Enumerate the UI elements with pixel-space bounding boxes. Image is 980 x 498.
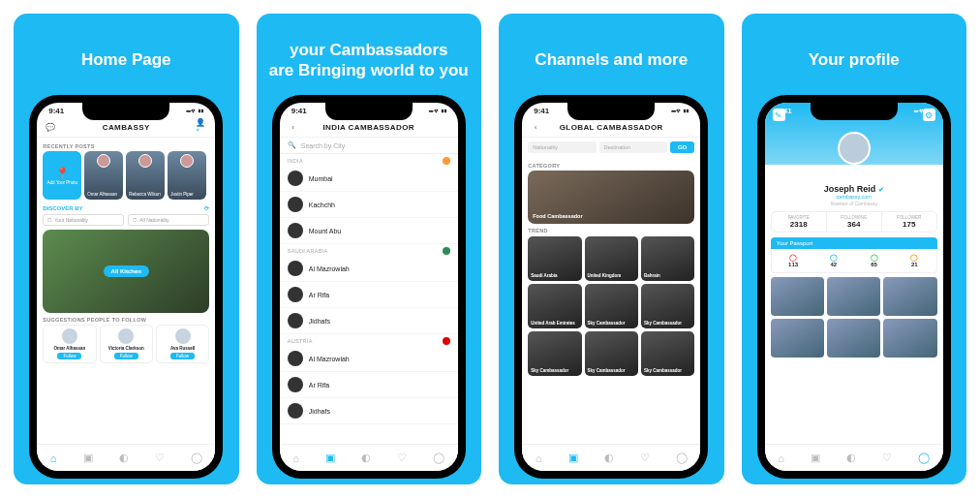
passport-count[interactable]: ◯42 bbox=[815, 252, 853, 269]
story-avatar bbox=[97, 154, 110, 168]
tab-globe-icon[interactable]: ◐ bbox=[119, 451, 129, 464]
suggestion-card[interactable]: Ava RussellFollow bbox=[156, 325, 209, 363]
screen-channels: 9:41 ▪▪▪ ᯤ ▮▮ ‹ GLOBAL CAMBASSADOR Natio… bbox=[522, 103, 700, 471]
profile-avatar[interactable] bbox=[838, 132, 871, 165]
tab-heart-icon[interactable]: ♡ bbox=[397, 451, 407, 464]
trend-card[interactable]: Sky Cambassador bbox=[528, 331, 581, 376]
suggestion-card[interactable]: Omar AlhassanFollow bbox=[43, 325, 96, 363]
story-item[interactable]: Justin Piper bbox=[168, 151, 206, 200]
panel-title: your Cambassadors are Bringing world to … bbox=[269, 39, 469, 81]
phone-frame: 9:41 ▪▪▪ ᯤ ▮▮ ‹ INDIA CAMBASSADOR 🔍 Sear… bbox=[272, 95, 466, 479]
avatar bbox=[288, 313, 303, 328]
tab-passport-icon[interactable]: ▣ bbox=[811, 451, 820, 464]
follow-button[interactable]: Follow bbox=[170, 353, 195, 359]
passport-count[interactable]: ◯65 bbox=[855, 252, 893, 269]
suggestion-card[interactable]: Victoria ClarksonFollow bbox=[100, 325, 153, 363]
follow-button[interactable]: Follow bbox=[57, 353, 81, 359]
tab-profile-icon[interactable]: ◯ bbox=[676, 451, 688, 464]
list-item[interactable]: Kachchh bbox=[280, 192, 458, 218]
list-item[interactable]: Jidhafs bbox=[280, 308, 458, 334]
panel-channels: Channels and more 9:41 ▪▪▪ ᯤ ▮▮ ‹ GLOBAL… bbox=[499, 14, 724, 484]
list-item[interactable]: Jidhafs bbox=[280, 398, 458, 424]
home-content[interactable]: RECENTLY POSTS 📍 Add Your Photo Omar Alh… bbox=[37, 138, 215, 444]
trend-card[interactable]: Saudi Arabia bbox=[528, 236, 581, 281]
tab-passport-icon[interactable]: ▣ bbox=[83, 451, 93, 464]
list-item[interactable]: Mumbai bbox=[280, 166, 458, 192]
phone-notch bbox=[325, 103, 413, 120]
tab-passport-icon[interactable]: ▣ bbox=[568, 451, 578, 464]
tab-home-icon[interactable]: ⌂ bbox=[536, 452, 542, 464]
city-name: Mount Abu bbox=[309, 228, 341, 234]
tab-home-icon[interactable]: ⌂ bbox=[50, 452, 57, 464]
tab-home-icon[interactable]: ⌂ bbox=[778, 452, 784, 464]
filter-nationality[interactable]: ☐Your Nationality bbox=[43, 214, 124, 226]
stories-row[interactable]: 📍 Add Your Photo Omar Alhassan Rebecca W… bbox=[43, 151, 209, 200]
tab-heart-icon[interactable]: ♡ bbox=[882, 451, 892, 464]
follow-button[interactable]: Follow bbox=[114, 353, 138, 359]
discover-card[interactable]: All Kitchen bbox=[43, 230, 209, 313]
city-name: Ar Rifa bbox=[309, 382, 329, 389]
add-user-icon[interactable]: 👤⁺ bbox=[196, 121, 207, 133]
tab-profile-icon[interactable]: ◯ bbox=[918, 451, 930, 464]
profile-photo[interactable] bbox=[827, 277, 880, 316]
tab-heart-icon[interactable]: ♡ bbox=[155, 451, 165, 464]
tab-globe-icon[interactable]: ◐ bbox=[604, 451, 614, 464]
trend-card[interactable]: Sky Cambassador bbox=[641, 284, 694, 328]
trend-card[interactable]: Sky Cambassador bbox=[585, 331, 638, 376]
tab-profile-icon[interactable]: ◯ bbox=[191, 451, 202, 464]
destination-select[interactable]: Destination bbox=[599, 141, 667, 153]
profile-photo[interactable] bbox=[771, 277, 824, 316]
search-bar[interactable]: 🔍 Search by City bbox=[280, 138, 458, 154]
stat-favorite[interactable]: FAVORITE2318 bbox=[772, 212, 827, 232]
category-card[interactable]: Food Cambassador bbox=[528, 171, 694, 224]
nationality-select[interactable]: Nationality bbox=[528, 141, 596, 153]
trend-card[interactable]: Sky Cambassador bbox=[585, 284, 638, 328]
trend-label: TREND bbox=[528, 228, 694, 233]
filter-all[interactable]: ☐All Nationality bbox=[128, 214, 209, 226]
passport-count[interactable]: ◯21 bbox=[896, 252, 934, 269]
trend-card[interactable]: Sky Cambassador bbox=[641, 331, 694, 376]
profile-photo[interactable] bbox=[883, 277, 936, 316]
list-item[interactable]: Ar Rifa bbox=[280, 282, 458, 308]
go-button[interactable]: GO bbox=[670, 141, 694, 153]
add-photo-story[interactable]: 📍 Add Your Photo bbox=[43, 151, 81, 200]
trend-name: United Kingdom bbox=[588, 273, 622, 278]
story-item[interactable]: Omar Alhassan bbox=[84, 151, 123, 200]
list-item[interactable]: Mount Abu bbox=[280, 218, 458, 244]
profile-grid[interactable] bbox=[765, 277, 943, 358]
city-name: Jidhafs bbox=[309, 318, 330, 325]
stat-following[interactable]: FOLLOWING364 bbox=[827, 212, 882, 232]
list-item[interactable]: Al Mazrowiah bbox=[280, 346, 458, 372]
tab-globe-icon[interactable]: ◐ bbox=[846, 451, 856, 464]
filter-label: Your Nationality bbox=[54, 217, 88, 223]
passport-header[interactable]: Your Passport bbox=[771, 237, 937, 249]
circle-icon: ◯ bbox=[815, 254, 853, 262]
discover-card-button[interactable]: All Kitchen bbox=[104, 265, 149, 277]
list-item[interactable]: Ar Rifa bbox=[280, 372, 458, 398]
channels-content[interactable]: CATEGORY Food Cambassador TREND Saudi Ar… bbox=[522, 157, 700, 444]
phone-frame: 9:41 ▪▪▪ ᯤ ▮▮ 💬 CAMBASSY 👤⁺ RECENTLY POS… bbox=[29, 95, 223, 479]
tab-passport-icon[interactable]: ▣ bbox=[325, 451, 335, 464]
passport-count[interactable]: ◯113 bbox=[775, 252, 812, 269]
phone-notch bbox=[811, 103, 898, 120]
chat-icon[interactable]: 💬 bbox=[45, 121, 56, 133]
profile-photo[interactable] bbox=[883, 319, 936, 358]
back-icon[interactable]: ‹ bbox=[530, 121, 541, 133]
trend-card[interactable]: United Kingdom bbox=[585, 236, 638, 281]
trend-card[interactable]: United Arab Emirates bbox=[528, 284, 581, 328]
tab-globe-icon[interactable]: ◐ bbox=[361, 451, 371, 464]
profile-photo[interactable] bbox=[771, 319, 824, 358]
list-item[interactable]: Al Mazrowiah bbox=[280, 256, 458, 282]
circle-icon: ◯ bbox=[896, 254, 934, 262]
tab-heart-icon[interactable]: ♡ bbox=[640, 451, 650, 464]
profile-handle[interactable]: cambassy.com bbox=[765, 194, 943, 200]
city-list[interactable]: INDIA Mumbai Kachchh Mount Abu SAUDI ARA… bbox=[280, 154, 458, 444]
tab-profile-icon[interactable]: ◯ bbox=[433, 451, 444, 464]
tab-home-icon[interactable]: ⌂ bbox=[292, 452, 299, 464]
trend-card[interactable]: Bahrain bbox=[641, 236, 694, 281]
story-item[interactable]: Rebecca Wilson bbox=[126, 151, 165, 200]
back-icon[interactable]: ‹ bbox=[288, 121, 299, 133]
refresh-icon[interactable]: ⟳ bbox=[204, 204, 209, 211]
profile-photo[interactable] bbox=[827, 319, 880, 358]
stat-follower[interactable]: FOLLOWER175 bbox=[882, 212, 936, 232]
